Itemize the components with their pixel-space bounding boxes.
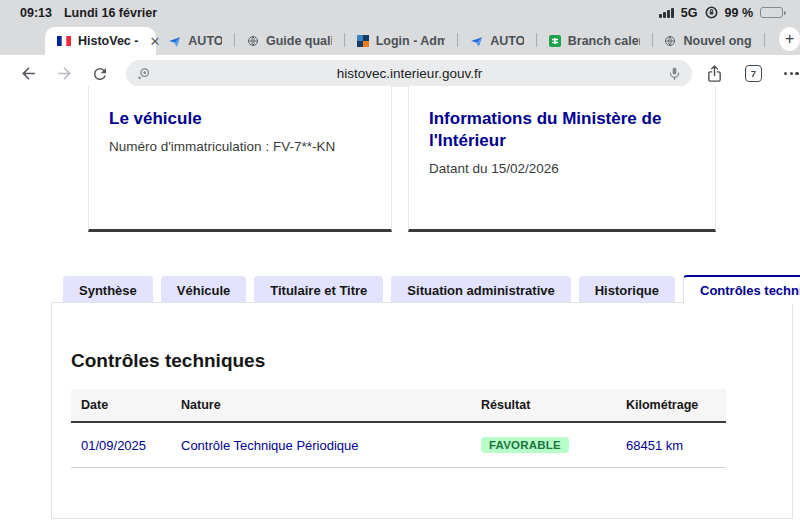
auto1-favicon-icon xyxy=(470,35,483,48)
back-icon[interactable] xyxy=(10,59,46,89)
tab-divider xyxy=(764,33,765,47)
reload-icon[interactable] xyxy=(82,59,118,89)
card-body: Numéro d'immatriculation : FV-7**-KN xyxy=(109,139,371,154)
auto1-favicon-icon xyxy=(168,35,181,48)
browser-tab-title: Branch calend xyxy=(568,34,640,48)
card-title: Informations du Ministère de l'Intérieur xyxy=(429,108,695,152)
status-bar: 09:13 Lundi 16 février 5G 99 % xyxy=(0,0,800,25)
browser-tab-guide-qualite[interactable]: Guide qualité xyxy=(235,27,344,55)
url-text[interactable]: histovec.interieur.gouv.fr xyxy=(152,66,667,81)
microphone-icon[interactable] xyxy=(667,66,682,81)
share-icon[interactable] xyxy=(706,64,723,84)
browser-tab-title: Login - Admin xyxy=(376,34,446,48)
cell-nature: Contrôle Technique Périodique xyxy=(171,422,471,468)
browser-tab-histovec[interactable]: HistoVec - ✕ xyxy=(45,27,156,55)
column-header-kilometrage: Kilométrage xyxy=(616,389,726,422)
card-title: Le véhicule xyxy=(109,108,371,130)
tab-situation-administrative[interactable]: Situation administrative xyxy=(391,276,570,304)
cell-kilometrage: 68451 km xyxy=(616,422,726,468)
new-tab-button[interactable]: + xyxy=(779,27,800,51)
battery-icon xyxy=(760,7,786,18)
browser-tab-title: Guide qualité xyxy=(266,34,332,48)
menu-icon[interactable] xyxy=(784,72,799,75)
cell-resultat: FAVORABLE xyxy=(471,422,616,468)
report-tabs: Synthèse Véhicule Titulaire et Titre Sit… xyxy=(51,275,800,304)
url-bar[interactable]: histovec.interieur.gouv.fr xyxy=(126,60,692,87)
green-sheet-icon xyxy=(549,35,561,47)
browser-tab-auto1[interactable]: AUTO1 xyxy=(156,27,234,55)
browser-tab-auto1-2[interactable]: AUTO1 xyxy=(458,27,536,55)
browser-tab-nouvel-onglet[interactable]: Nouvel onglet xyxy=(652,27,764,55)
globe-icon xyxy=(664,35,676,47)
cell-date: 01/09/2025 xyxy=(71,422,171,468)
tab-synthese[interactable]: Synthèse xyxy=(63,276,153,304)
column-header-date: Date xyxy=(71,389,171,422)
card-body: Datant du 15/02/2026 xyxy=(429,161,695,176)
lens-icon[interactable] xyxy=(136,66,152,82)
section-title: Contrôles techniques xyxy=(71,350,792,372)
browser-tab-strip: HistoVec - ✕ AUTO1 Guide qualité Login -… xyxy=(0,25,800,55)
cellular-signal-icon xyxy=(659,7,674,18)
table-header-row: Date Nature Résultat Kilométrage xyxy=(71,389,726,422)
status-badge: FAVORABLE xyxy=(481,437,569,453)
globe-icon xyxy=(247,35,259,47)
tab-count-button[interactable]: 7 xyxy=(745,65,762,82)
status-date: Lundi 16 février xyxy=(64,6,157,20)
browser-tab-title: Nouvel onglet xyxy=(683,34,752,48)
browser-tab-branch-calendar[interactable]: Branch calend xyxy=(537,27,652,55)
tab-vehicule[interactable]: Véhicule xyxy=(161,276,246,304)
tab-panel-controles-techniques: Contrôles techniques Date Nature Résulta… xyxy=(51,302,793,519)
forward-icon[interactable] xyxy=(46,59,82,89)
battery-percent-label: 99 % xyxy=(725,6,754,20)
table-row: 01/09/2025 Contrôle Technique Périodique… xyxy=(71,422,726,468)
card-ministere: Informations du Ministère de l'Intérieur… xyxy=(408,86,716,232)
browser-tab-title: AUTO1 xyxy=(490,34,524,48)
rotation-lock-icon xyxy=(705,6,718,19)
browser-tab-title: HistoVec - xyxy=(78,34,138,48)
tab-titulaire-et-titre[interactable]: Titulaire et Titre xyxy=(254,276,383,304)
quadrant-favicon-icon xyxy=(357,35,369,47)
column-header-nature: Nature xyxy=(171,389,471,422)
network-type-label: 5G xyxy=(681,6,698,20)
browser-tab-title: AUTO1 xyxy=(188,34,222,48)
column-header-resultat: Résultat xyxy=(471,389,616,422)
french-flag-favicon xyxy=(57,36,71,46)
card-vehicule: Le véhicule Numéro d'immatriculation : F… xyxy=(88,86,392,232)
controles-techniques-table: Date Nature Résultat Kilométrage 01/09/2… xyxy=(71,389,726,468)
tab-historique[interactable]: Historique xyxy=(579,276,675,304)
clock: 09:13 xyxy=(20,6,52,20)
browser-tab-login-admin[interactable]: Login - Admin xyxy=(345,27,458,55)
tab-controles-techniques[interactable]: Contrôles techniques xyxy=(683,275,800,304)
web-page-content: Le véhicule Numéro d'immatriculation : F… xyxy=(0,92,800,525)
